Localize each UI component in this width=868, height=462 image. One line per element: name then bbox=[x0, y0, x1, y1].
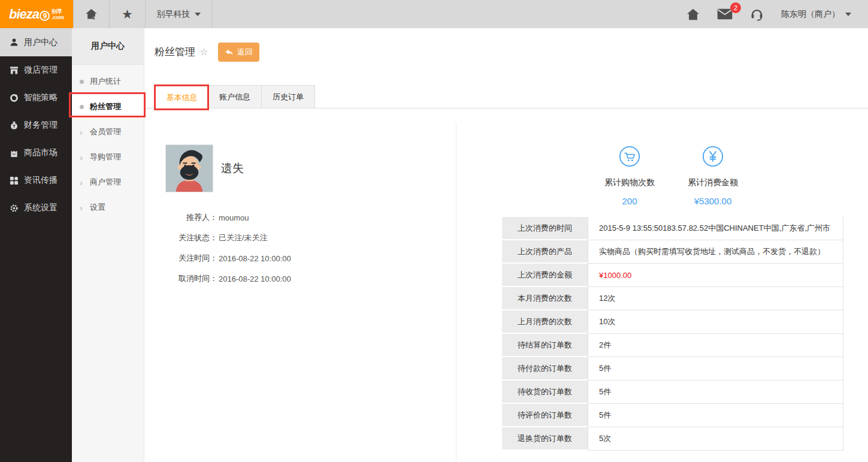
table-row-label: 待评价的订单数 bbox=[502, 404, 588, 427]
table-row: 本月消费的次数 12次 bbox=[502, 287, 843, 310]
stat-label: 累计购物次数 bbox=[588, 177, 672, 188]
logo[interactable]: bieza9 别早 .com bbox=[0, 0, 73, 28]
table-row-label: 退换货的订单数 bbox=[502, 427, 588, 451]
favorite-star-icon[interactable]: ☆ bbox=[199, 46, 208, 58]
table-row-label: 上次消费的时间 bbox=[502, 217, 588, 240]
field-row: 取消时间： 2016-08-22 10:00:00 bbox=[144, 268, 450, 289]
table-row-value: 10次 bbox=[588, 310, 843, 334]
table-row-label: 上月消费的次数 bbox=[502, 310, 588, 334]
home-button[interactable] bbox=[686, 8, 700, 20]
table-row-label: 待付款的订单数 bbox=[502, 357, 588, 381]
page-title: 粉丝管理 ☆ bbox=[155, 45, 208, 59]
table-row-value: ¥1000.00 bbox=[588, 264, 843, 287]
submenu-header: 用户中心 bbox=[72, 28, 144, 65]
stats-panel: 累计购物次数 200 累计消费金额 ¥5300.00 上次消费的时间 2015-… bbox=[457, 108, 868, 462]
table-row-label: 上次消费的金额 bbox=[502, 264, 588, 287]
sidebar-item-goods-market[interactable]: 商品市场 bbox=[0, 139, 72, 167]
table-row-label: 待结算的订单数 bbox=[502, 334, 588, 357]
table-row-value: 实物商品（购买时需填写收货地址，测试商品，不发货，不退款） bbox=[588, 240, 843, 264]
chevron-right-icon: › bbox=[80, 128, 84, 137]
chevron-right-icon: › bbox=[80, 153, 84, 162]
sidebar-item-smart-strategy[interactable]: 智能策略 bbox=[0, 84, 72, 111]
home-icon bbox=[85, 8, 98, 20]
user-name: 陈东明（商户） bbox=[781, 9, 840, 20]
field-row: 关注状态： 已关注/未关注 bbox=[144, 228, 450, 248]
chevron-right-icon: › bbox=[80, 178, 84, 187]
tab-account-info[interactable]: 账户信息 bbox=[208, 85, 262, 108]
tab-bar: 基本信息 账户信息 历史订单 bbox=[144, 85, 868, 108]
table-row-value: 5件 bbox=[588, 357, 843, 381]
back-button[interactable]: 返回 bbox=[218, 43, 259, 62]
field-value: 2016-08-22 10:00:00 bbox=[219, 274, 291, 283]
chevron-down-icon bbox=[845, 13, 851, 16]
table-row-value: 5件 bbox=[588, 404, 843, 427]
main-content: 粉丝管理 ☆ 返回 基本信息 账户信息 历史订单 bbox=[144, 28, 868, 462]
fan-fields: 推荐人： moumou 关注状态： 已关注/未关注 关注时间： 2016-08-… bbox=[144, 207, 450, 289]
table-row: 待付款的订单数 5件 bbox=[502, 357, 843, 381]
grid-icon bbox=[10, 176, 19, 185]
table-row-label: 上次消费的产品 bbox=[502, 240, 588, 264]
store-icon bbox=[10, 66, 19, 75]
gear-icon bbox=[10, 204, 19, 213]
sidebar-item-system-settings[interactable]: 系统设置 bbox=[0, 194, 72, 222]
main-sidebar: 用户中心 微店管理 智能策略 财务管理 商品市场 资讯传播 系统设置 bbox=[0, 28, 72, 462]
money-bag-icon bbox=[10, 121, 19, 130]
table-row: 待结算的订单数 2件 bbox=[502, 334, 843, 357]
tab-basic-info[interactable]: 基本信息 bbox=[155, 85, 208, 109]
field-value: 已关注/未关注 bbox=[219, 232, 268, 243]
submenu-item-guide-management[interactable]: › 导购管理 bbox=[72, 144, 144, 170]
stat-value: ¥5300.00 bbox=[671, 196, 755, 206]
field-value: moumou bbox=[219, 213, 249, 222]
table-row: 上次消费的金额 ¥1000.00 bbox=[502, 264, 843, 287]
yen-icon bbox=[702, 146, 724, 167]
cart-icon bbox=[619, 146, 640, 167]
avatar bbox=[165, 144, 213, 192]
divider bbox=[211, 0, 212, 28]
bullet-dot-icon bbox=[80, 105, 84, 109]
home-icon bbox=[686, 8, 700, 20]
submenu-item-merchant-management[interactable]: › 商户管理 bbox=[72, 170, 144, 195]
sidebar-item-label: 智能策略 bbox=[24, 92, 58, 103]
sidebar-item-micro-store[interactable]: 微店管理 bbox=[0, 56, 72, 84]
tab-order-history[interactable]: 历史订单 bbox=[262, 85, 315, 108]
favorite-button[interactable]: ★ bbox=[110, 0, 145, 28]
user-dropdown[interactable]: 陈东明（商户） bbox=[781, 9, 851, 20]
chevron-down-icon bbox=[195, 13, 201, 16]
submenu-item-fans-management[interactable]: 粉丝管理 bbox=[72, 94, 144, 119]
fan-profile-panel: 遗失 推荐人： moumou 关注状态： 已关注/未关注 关注时间： bbox=[144, 122, 456, 462]
stat-value: 200 bbox=[588, 196, 672, 206]
submenu-item-label: 导购管理 bbox=[90, 152, 121, 162]
table-row: 上次消费的时间 2015-5-9 13:55:50183.57.82.52中国C… bbox=[502, 217, 843, 240]
submenu-item-user-stats[interactable]: 用户统计 bbox=[72, 69, 144, 94]
home-shortcut-button[interactable] bbox=[74, 0, 109, 28]
field-label: 关注状态： bbox=[144, 232, 217, 243]
sidebar-item-user-center[interactable]: 用户中心 bbox=[0, 28, 72, 56]
fan-name: 遗失 bbox=[221, 161, 244, 176]
user-icon bbox=[10, 38, 19, 47]
logo-cn: 别早 bbox=[52, 8, 64, 14]
field-row: 推荐人： moumou bbox=[144, 207, 450, 228]
support-button[interactable] bbox=[750, 7, 764, 21]
shopping-bag-icon bbox=[10, 149, 19, 158]
table-row-label: 本月消费的次数 bbox=[502, 287, 588, 310]
bullet-dot-icon bbox=[80, 80, 84, 84]
sidebar-item-label: 微店管理 bbox=[24, 65, 58, 76]
sidebar-item-finance[interactable]: 财务管理 bbox=[0, 111, 72, 139]
message-count-badge: 2 bbox=[730, 2, 741, 13]
submenu-item-label: 设置 bbox=[90, 202, 105, 213]
field-value: 2016-08-22 10:00:00 bbox=[219, 254, 291, 263]
brand-dropdown[interactable]: 别早科技 bbox=[146, 0, 211, 28]
submenu-item-settings[interactable]: › 设置 bbox=[72, 195, 144, 220]
strategy-icon bbox=[10, 93, 19, 102]
submenu-item-label: 会员管理 bbox=[90, 126, 121, 137]
field-label: 推荐人： bbox=[144, 212, 217, 223]
table-row: 待评价的订单数 5件 bbox=[502, 404, 843, 427]
messages-button[interactable]: 2 bbox=[717, 8, 733, 20]
sidebar-item-news-spread[interactable]: 资讯传播 bbox=[0, 167, 72, 194]
table-row-value: 2015-5-9 13:55:50183.57.82.52中国CHINANET中… bbox=[588, 217, 843, 240]
table-row: 退换货的订单数 5次 bbox=[502, 427, 843, 451]
submenu-item-member-management[interactable]: › 会员管理 bbox=[72, 119, 144, 144]
stat-label: 累计消费金额 bbox=[671, 177, 755, 188]
sidebar-item-label: 资讯传播 bbox=[24, 175, 58, 186]
field-row: 关注时间： 2016-08-22 10:00:00 bbox=[144, 248, 450, 268]
